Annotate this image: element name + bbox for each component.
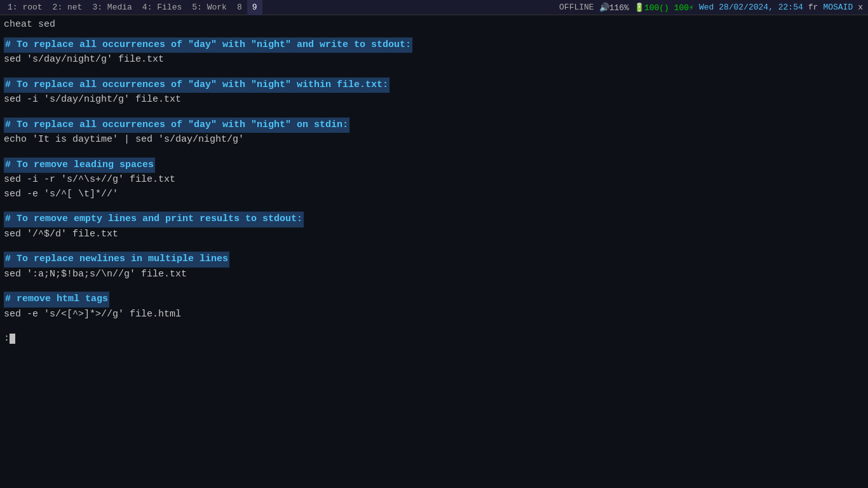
comment-2: # To replace all occurrences of "day" wi… bbox=[4, 78, 864, 93]
prompt-char: : bbox=[4, 333, 10, 344]
close-button[interactable]: x bbox=[858, 3, 863, 12]
comment-4: # To remove leading spaces bbox=[4, 158, 864, 173]
tab-files[interactable]: 4: Files bbox=[137, 0, 187, 15]
block-7: # remove html tags sed -e 's/<[^>]*>//g'… bbox=[4, 292, 864, 322]
code-4-1: sed -i -r 's/^\s+//g' file.txt bbox=[4, 173, 864, 187]
code-7-1: sed -e 's/<[^>]*>//g' file.html bbox=[4, 308, 864, 322]
tab-root[interactable]: 1: root bbox=[3, 0, 48, 15]
terminal-content: cheat sed # To replace all occurrences o… bbox=[0, 15, 868, 488]
tab-media[interactable]: 3: Media bbox=[87, 0, 137, 15]
datetime-status: Wed 28/02/2024, 22:54 bbox=[699, 3, 803, 12]
tab-work[interactable]: 5: Work bbox=[187, 0, 232, 15]
tab-net[interactable]: 2: net bbox=[48, 0, 88, 15]
code-3-1: echo 'It is daytime' | sed 's/day/night/… bbox=[4, 133, 864, 147]
comment-1: # To replace all occurrences of "day" wi… bbox=[4, 37, 864, 53]
block-3: # To replace all occurrences of "day" wi… bbox=[4, 118, 864, 147]
code-4-2: sed -e 's/^[ \t]*//' bbox=[4, 187, 864, 202]
volume-status: 🔊116% bbox=[599, 3, 629, 13]
tab-9[interactable]: 9 bbox=[247, 0, 262, 15]
code-1-1: sed 's/day/night/g' file.txt bbox=[4, 53, 864, 67]
block-4: # To remove leading spaces sed -i -r 's/… bbox=[4, 158, 864, 202]
block-2: # To replace all occurrences of "day" wi… bbox=[4, 78, 864, 107]
title-line: cheat sed bbox=[4, 18, 864, 32]
topbar: 1: root 2: net 3: Media 4: Files 5: Work… bbox=[0, 0, 868, 15]
battery-status: 🔋100() 100⚡️ bbox=[634, 3, 694, 13]
block-5: # To remove empty lines and print result… bbox=[4, 212, 864, 241]
block-1: # To replace all occurrences of "day" wi… bbox=[4, 37, 864, 67]
code-5-1: sed '/^$/d' file.txt bbox=[4, 227, 864, 242]
block-6: # To replace newlines in multiple lines … bbox=[4, 252, 864, 281]
comment-5: # To remove empty lines and print result… bbox=[4, 212, 864, 227]
code-2-1: sed -i 's/day/night/g' file.txt bbox=[4, 93, 864, 107]
comment-7: # remove html tags bbox=[4, 292, 864, 308]
comment-3: # To replace all occurrences of "day" wi… bbox=[4, 118, 864, 133]
comment-6: # To replace newlines in multiple lines bbox=[4, 252, 864, 268]
code-6-1: sed ':a;N;$!ba;s/\n//g' file.txt bbox=[4, 268, 864, 282]
prompt-line: : bbox=[4, 332, 864, 346]
cursor bbox=[10, 334, 15, 344]
status-bar: OFFLINE 🔊116% 🔋100() 100⚡️ Wed 28/02/202… bbox=[559, 3, 865, 13]
lang-status: fr bbox=[808, 3, 818, 12]
offline-status: OFFLINE bbox=[559, 3, 594, 12]
tab-8[interactable]: 8 bbox=[232, 0, 247, 15]
hostname-status: MOSAID bbox=[823, 3, 853, 12]
